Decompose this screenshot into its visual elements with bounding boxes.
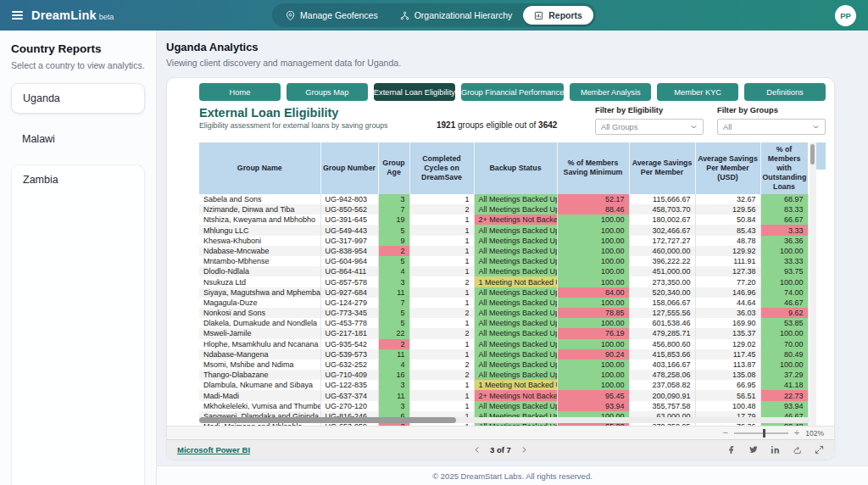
cell-outstanding-loans[interactable]: 100.00 — [760, 328, 808, 338]
facebook-icon[interactable] — [726, 445, 736, 454]
cell-avg-savings-usd[interactable]: 50.84 — [695, 215, 760, 225]
cell-avg-savings[interactable]: 460,000.00 — [629, 246, 695, 256]
cell-saving-minimum[interactable]: 100.00 — [557, 360, 629, 370]
cell-group-age[interactable]: 2 — [378, 339, 409, 349]
cell-saving-minimum[interactable]: 100.00 — [557, 256, 629, 266]
cell-avg-savings[interactable]: 180,002.67 — [629, 215, 695, 225]
cell-avg-savings-usd[interactable]: 129.02 — [695, 339, 760, 349]
cell-backup-status[interactable]: All Meetings Backed Up — [474, 401, 557, 411]
cell-group-age[interactable]: 11 — [378, 390, 409, 400]
cell-backup-status[interactable]: All Meetings Backed Up — [474, 339, 557, 349]
cell-completed-cycles[interactable]: 1 — [409, 349, 474, 360]
cell-outstanding-loans[interactable]: 9.62 — [760, 308, 808, 318]
cell-avg-savings-usd[interactable]: 127.38 — [695, 266, 760, 276]
cell-saving-minimum[interactable]: 78.85 — [557, 308, 629, 318]
cell-completed-cycles[interactable]: 1 — [409, 225, 474, 235]
cell-group-number[interactable]: UG-122-835 — [320, 380, 378, 390]
cell-completed-cycles[interactable]: 1 — [409, 256, 474, 266]
cell-group-number[interactable]: UG-935-542 — [320, 339, 378, 349]
cell-backup-status[interactable]: All Meetings Backed Up — [474, 318, 557, 328]
cell-outstanding-loans[interactable]: 100.00 — [760, 276, 808, 287]
col-group-age[interactable]: Group Age — [378, 142, 409, 194]
cell-completed-cycles[interactable]: 1 — [409, 266, 474, 276]
cell-group-age[interactable]: 3 — [378, 194, 409, 204]
cell-group-age[interactable]: 19 — [378, 215, 409, 225]
cell-saving-minimum[interactable]: 84.00 — [557, 287, 629, 298]
cell-backup-status[interactable]: All Meetings Backed Up — [474, 204, 557, 215]
cell-group-number[interactable]: UG-850-562 — [320, 204, 378, 215]
cell-group-age[interactable]: 7 — [378, 204, 409, 215]
cell-avg-savings[interactable]: 458,703.70 — [629, 204, 695, 215]
cell-group-number[interactable]: UG-632-252 — [320, 360, 378, 370]
cell-completed-cycles[interactable]: 1 — [409, 401, 474, 411]
col-saving-minimum[interactable]: % of Members Saving Minimum — [557, 142, 629, 194]
cell-backup-status[interactable]: 1 Meeting Not Backed Up — [474, 380, 557, 390]
cell-backup-status[interactable]: All Meetings Backed Up — [474, 360, 557, 370]
cell-avg-savings-usd[interactable]: 32.67 — [695, 194, 760, 204]
powerbi-link[interactable]: Microsoft Power BI — [177, 445, 250, 454]
cell-group-age[interactable]: 9 — [378, 236, 409, 246]
cell-outstanding-loans[interactable]: 46.67 — [760, 298, 808, 308]
cell-avg-savings-usd[interactable]: 44.64 — [695, 298, 760, 308]
cell-completed-cycles[interactable]: 2 — [409, 370, 474, 380]
cell-avg-savings-usd[interactable]: 129.56 — [695, 204, 760, 215]
cell-saving-minimum[interactable]: 100.00 — [557, 225, 629, 235]
cell-completed-cycles[interactable]: 1 — [409, 318, 474, 328]
cell-backup-status[interactable]: All Meetings Backed Up — [474, 287, 557, 298]
cell-group-number[interactable]: UG-270-120 — [320, 401, 378, 411]
cell-group-number[interactable]: UG-857-578 — [320, 276, 378, 287]
cell-group-age[interactable]: 5 — [378, 225, 409, 235]
cell-avg-savings[interactable]: 302,466.67 — [629, 225, 695, 235]
cell-group-number[interactable]: UG-604-964 — [320, 256, 378, 266]
cell-avg-savings[interactable]: 172,727.27 — [629, 236, 695, 246]
cell-group-age[interactable]: 5 — [378, 256, 409, 266]
cell-saving-minimum[interactable]: 90.24 — [557, 349, 629, 360]
cell-group-age[interactable]: 2 — [378, 246, 409, 256]
cell-saving-minimum[interactable]: 93.94 — [557, 401, 629, 411]
cell-outstanding-loans[interactable]: 68.97 — [760, 194, 808, 204]
cell-backup-status[interactable]: All Meetings Backed Up — [474, 308, 557, 318]
cell-outstanding-loans[interactable]: 33.33 — [760, 256, 808, 266]
cell-outstanding-loans[interactable]: 3.33 — [760, 225, 808, 235]
cell-group-number[interactable]: UG-317-997 — [320, 236, 378, 246]
cell-group-name[interactable]: Dlakela, Dumakude and Nondlela — [199, 318, 320, 328]
cell-group-number[interactable]: UG-217-181 — [320, 328, 378, 338]
cell-group-name[interactable]: Magagula-Duze — [199, 298, 320, 308]
sidebar-item-uganda[interactable]: Uganda — [11, 83, 145, 114]
cell-group-name[interactable]: Mkhokeleleki, Vumisa and Thumbeza — [199, 401, 320, 411]
cell-group-age[interactable]: 4 — [378, 266, 409, 276]
cell-group-number[interactable]: UG-637-374 — [320, 390, 378, 400]
col-outstanding-loans[interactable]: % of Members with Outstanding Loans — [760, 142, 808, 194]
cell-group-age[interactable]: 3 — [378, 401, 409, 411]
user-avatar[interactable]: PP — [835, 5, 856, 26]
groups-dropdown[interactable]: All — [717, 119, 826, 135]
cell-backup-status[interactable]: All Meetings Backed Up — [474, 194, 557, 204]
col-completed-cycles[interactable]: Completed Cycles on DreamSave — [409, 142, 474, 194]
cell-outstanding-loans[interactable]: 37.29 — [760, 370, 808, 380]
cell-group-name[interactable]: Nzimande, Dinwa and Tiba — [199, 204, 320, 215]
cell-avg-savings-usd[interactable]: 135.08 — [695, 370, 760, 380]
cell-group-number[interactable]: UG-864-411 — [320, 266, 378, 276]
cell-group-name[interactable]: Nonkosi and Sons — [199, 308, 320, 318]
tab-member-kyc[interactable]: Member KYC — [657, 83, 738, 101]
cell-avg-savings[interactable]: 520,340.00 — [629, 287, 695, 298]
cell-avg-savings-usd[interactable]: 113.87 — [695, 360, 760, 370]
cell-saving-minimum[interactable]: 100.00 — [557, 370, 629, 380]
share-icon[interactable] — [793, 445, 802, 454]
cell-avg-savings-usd[interactable]: 135.37 — [695, 328, 760, 338]
cell-outstanding-loans[interactable]: 66.67 — [760, 215, 808, 225]
cell-backup-status[interactable]: All Meetings Backed Up — [474, 298, 557, 308]
cell-group-age[interactable]: 3 — [378, 380, 409, 390]
cell-outstanding-loans[interactable]: 93.75 — [760, 266, 808, 276]
cell-completed-cycles[interactable]: 1 — [409, 246, 474, 256]
cell-outstanding-loans[interactable]: 41.18 — [760, 380, 808, 390]
cell-avg-savings[interactable]: 355,757.58 — [629, 401, 695, 411]
cell-saving-minimum[interactable]: 100.00 — [557, 318, 629, 328]
cell-backup-status[interactable]: All Meetings Backed Up — [474, 225, 557, 235]
cell-completed-cycles[interactable]: 1 — [409, 390, 474, 400]
cell-outstanding-loans[interactable]: 93.94 — [760, 401, 808, 411]
cell-outstanding-loans[interactable]: 100.00 — [760, 360, 808, 370]
cell-group-number[interactable]: UG-453-778 — [320, 318, 378, 328]
cell-avg-savings-usd[interactable]: 111.91 — [695, 256, 760, 266]
cell-avg-savings[interactable]: 403,166.67 — [629, 360, 695, 370]
